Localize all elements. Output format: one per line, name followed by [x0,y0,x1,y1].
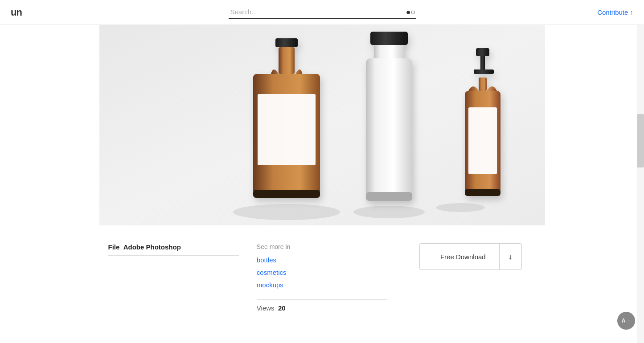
views-count: 20 [278,304,286,312]
image-section [0,25,644,225]
svg-rect-19 [468,107,497,174]
download-label: Free Download [420,253,499,261]
navbar: un ●○ Contribute ↑ [0,0,644,25]
file-label-prefix: File [108,243,120,251]
svg-rect-16 [474,69,494,74]
see-more-links: bottles cosmetics mockups [257,255,387,290]
translate-icon[interactable]: A→ [617,312,635,330]
views-section: Views 20 [257,299,387,312]
scrollbar[interactable] [637,25,644,343]
svg-point-2 [353,206,425,218]
info-section: File Adobe Photoshop See more in bottles… [99,225,545,330]
svg-rect-5 [279,47,295,74]
views-label: Views [257,304,275,312]
svg-rect-11 [366,58,412,196]
svg-rect-15 [476,48,489,56]
see-more-section: See more in bottles cosmetics mockups Vi… [257,243,387,312]
tag-cosmetics[interactable]: cosmetics [257,267,387,278]
search-bar: ●○ [229,5,416,19]
svg-rect-7 [258,94,316,165]
svg-rect-4 [275,38,298,47]
see-more-label: See more in [257,243,387,250]
tag-mockups[interactable]: mockups [257,280,387,290]
bottles-svg [99,25,545,225]
download-arrow-icon: ↓ [499,243,521,270]
search-icon[interactable]: ●○ [406,8,416,17]
contribute-link[interactable]: Contribute ↑ [597,8,633,16]
svg-point-1 [233,204,340,220]
svg-rect-9 [370,32,408,45]
svg-rect-8 [253,190,320,198]
search-input[interactable] [229,5,416,19]
translate-symbol: A→ [622,318,631,324]
svg-rect-12 [366,192,412,201]
svg-point-3 [436,203,485,212]
scrollbar-thumb[interactable] [637,114,644,167]
file-value: Adobe Photoshop [123,243,181,251]
download-button[interactable]: Free Download ↓ [419,243,522,270]
main-content: File Adobe Photoshop See more in bottles… [0,25,644,343]
logo[interactable]: un [11,7,22,18]
mockup-image [99,25,545,225]
file-info: File Adobe Photoshop [108,243,239,256]
download-section: Free Download ↓ [405,243,536,270]
tag-bottles[interactable]: bottles [257,255,387,265]
file-label: File Adobe Photoshop [108,243,239,256]
svg-rect-10 [374,45,404,58]
svg-rect-17 [479,78,487,91]
svg-rect-20 [465,189,500,196]
